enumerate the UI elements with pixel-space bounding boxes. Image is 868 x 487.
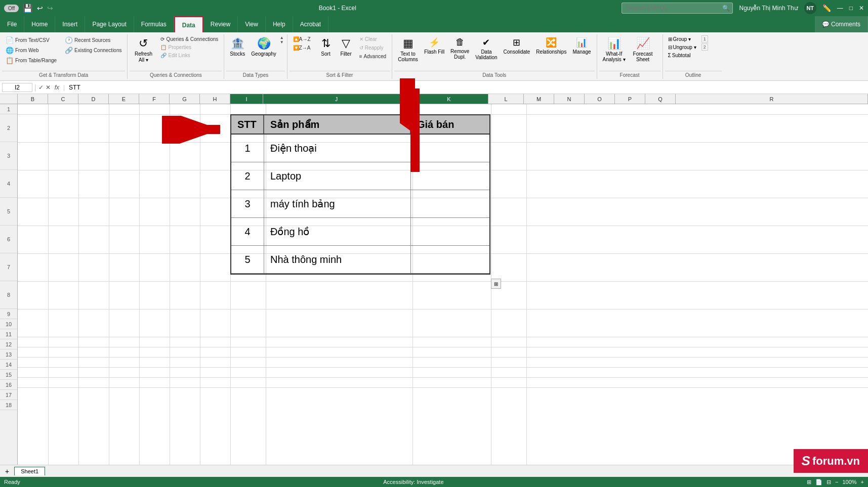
smart-tag-icon[interactable]: ⊞ <box>491 279 501 289</box>
queries-connections-btn[interactable]: ⟳ Queries & Connections <box>158 35 221 43</box>
consolidate-btn[interactable]: ⊞ Consolidate <box>501 35 533 56</box>
cell-stt-5[interactable]: 5 <box>231 246 264 273</box>
row-5[interactable]: 5 <box>0 198 17 226</box>
cell-stt-4[interactable]: 4 <box>231 218 264 245</box>
clear-btn[interactable]: ✕ Clear <box>357 35 389 43</box>
row-6[interactable]: 6 <box>0 226 17 253</box>
comments-btn[interactable]: 💬 Comments <box>815 16 868 32</box>
tab-acrobat[interactable]: Acrobat <box>293 16 328 32</box>
from-table-btn[interactable]: 📋 From Table/Range <box>3 56 59 65</box>
col-header-q[interactable]: Q <box>645 94 676 104</box>
cell-price-5[interactable] <box>411 246 489 273</box>
table-row-1[interactable]: 1 Điện thoại <box>231 135 489 162</box>
row-13[interactable]: 13 <box>0 349 17 360</box>
advanced-btn[interactable]: ≡ Advanced <box>357 53 389 60</box>
row-8[interactable]: 8 <box>0 281 17 309</box>
tab-view[interactable]: View <box>238 16 266 32</box>
tab-page-layout[interactable]: Page Layout <box>85 16 134 32</box>
cell-stt-3[interactable]: 3 <box>231 190 264 217</box>
col-header-h[interactable]: H <box>200 94 230 104</box>
sheet-tab-sheet1[interactable]: Sheet1 <box>14 467 45 475</box>
row-9[interactable]: 9 <box>0 309 17 319</box>
tab-file[interactable]: File <box>0 16 24 32</box>
row-11[interactable]: 11 <box>0 329 17 339</box>
col-header-k[interactable]: K <box>410 94 488 104</box>
page-layout-icon[interactable]: 📄 <box>815 479 822 485</box>
flash-fill-btn[interactable]: ⚡ Flash Fill <box>422 35 447 56</box>
minimize-btn[interactable]: — <box>837 5 843 12</box>
undo-icon[interactable]: ↩ <box>37 4 43 12</box>
tab-review[interactable]: Review <box>203 16 238 32</box>
cell-price-3[interactable] <box>411 190 489 217</box>
col-header-i[interactable]: I <box>230 94 263 104</box>
row-1[interactable]: 1 <box>0 104 17 114</box>
stocks-btn[interactable]: 🏦 Stocks <box>227 35 247 58</box>
cell-product-4[interactable]: Đồng hồ <box>264 218 411 245</box>
from-web-btn[interactable]: 🌐 From Web <box>3 46 59 55</box>
search-input[interactable] <box>622 3 733 14</box>
row-2[interactable]: 2 <box>0 114 17 142</box>
recent-sources-btn[interactable]: 🕐 Recent Sources <box>62 35 124 45</box>
maximize-btn[interactable]: □ <box>849 5 853 12</box>
cell-stt-1[interactable]: 1 <box>231 135 264 162</box>
tab-home[interactable]: Home <box>24 16 55 32</box>
existing-connections-btn[interactable]: 🔗 Existing Connections <box>62 46 124 55</box>
row-12[interactable]: 12 <box>0 339 17 349</box>
refresh-all-btn[interactable]: ↺ RefreshAll ▾ <box>131 35 156 65</box>
tab-formulas[interactable]: Formulas <box>134 16 174 32</box>
subtotal-btn[interactable]: Σ Subtotal <box>666 52 698 59</box>
checkmark-icon[interactable]: ✓ <box>38 84 44 91</box>
tab-insert[interactable]: Insert <box>55 16 85 32</box>
from-text-csv-btn[interactable]: 📄 From Text/CSV <box>3 35 59 45</box>
group-btn[interactable]: ⊞ Group ▾ <box>666 35 698 43</box>
sort-btn[interactable]: ⇅ Sort <box>316 35 336 58</box>
cell-stt-2[interactable]: 2 <box>231 162 264 190</box>
col-header-l[interactable]: L <box>488 94 524 104</box>
normal-view-icon[interactable]: ⊞ <box>807 479 811 485</box>
what-if-btn[interactable]: 📊 What-IfAnalysis ▾ <box>600 35 628 64</box>
user-avatar[interactable]: NT <box>804 2 816 14</box>
new-sheet-btn[interactable]: + <box>2 466 12 476</box>
col-header-f[interactable]: F <box>139 94 170 104</box>
col-header-e[interactable]: E <box>109 94 139 104</box>
forecast-sheet-btn[interactable]: 📈 ForecastSheet <box>629 35 657 64</box>
cell-product-2[interactable]: Laptop <box>264 162 411 190</box>
ungroup-btn[interactable]: ⊟ Ungroup ▾ <box>666 43 698 51</box>
toggle-icon[interactable]: Off <box>4 5 19 12</box>
filter-btn[interactable]: ▽ Filter <box>337 35 356 58</box>
cancel-formula-icon[interactable]: ✕ <box>46 84 51 91</box>
col-header-o[interactable]: O <box>585 94 615 104</box>
tab-data[interactable]: Data <box>174 16 203 32</box>
table-row-5[interactable]: 5 Nhà thông minh <box>231 246 489 274</box>
sort-az-btn[interactable]: 🔼A→Z <box>291 35 313 43</box>
header-product[interactable]: Sản phẩm <box>264 115 411 134</box>
col-header-n[interactable]: N <box>554 94 585 104</box>
row-14[interactable]: 14 <box>0 360 17 370</box>
cell-price-2[interactable] <box>411 162 489 190</box>
col-header-b[interactable]: B <box>18 94 48 104</box>
data-validation-btn[interactable]: ✔ DataValidation <box>473 35 500 62</box>
table-row-4[interactable]: 4 Đồng hồ <box>231 218 489 246</box>
fx-button[interactable]: fx <box>53 84 61 91</box>
geography-btn[interactable]: 🌍 Geography <box>249 35 278 58</box>
pen-icon[interactable]: ✏️ <box>822 4 831 12</box>
row-18[interactable]: 18 <box>0 400 17 410</box>
tab-help[interactable]: Help <box>266 16 293 32</box>
row-3[interactable]: 3 <box>0 142 17 170</box>
col-header-g[interactable]: G <box>170 94 200 104</box>
table-row-3[interactable]: 3 máy tính bảng <box>231 190 489 218</box>
cell-product-1[interactable]: Điện thoại <box>264 135 411 162</box>
reapply-btn[interactable]: ↺ Reapply <box>357 44 389 52</box>
remove-dupl-btn[interactable]: 🗑 RemoveDupl. <box>448 35 472 61</box>
row-16[interactable]: 16 <box>0 380 17 390</box>
name-box[interactable] <box>2 83 32 92</box>
col-header-c[interactable]: C <box>48 94 78 104</box>
table-row-2[interactable]: 2 Laptop <box>231 162 489 190</box>
col-header-m[interactable]: M <box>524 94 554 104</box>
col-header-r[interactable]: R <box>676 94 868 104</box>
col-header-j[interactable]: J <box>263 94 410 104</box>
manage-data-model-btn[interactable]: 📊 Manage <box>570 35 593 56</box>
cell-product-3[interactable]: máy tính bảng <box>264 190 411 217</box>
cell-price-4[interactable] <box>411 218 489 245</box>
save-icon[interactable]: 💾 <box>23 4 33 13</box>
